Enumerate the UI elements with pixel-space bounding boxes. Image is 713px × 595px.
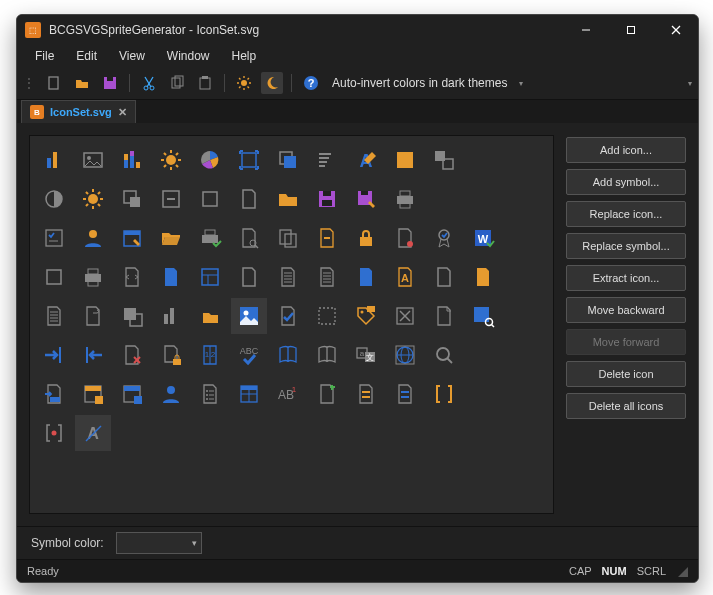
- frame2-icon[interactable]: [36, 259, 72, 295]
- book-blue-icon[interactable]: [270, 337, 306, 373]
- move-backward-button[interactable]: Move backward: [566, 297, 686, 323]
- square-orange-icon[interactable]: [387, 142, 423, 178]
- doc-icon[interactable]: [231, 181, 267, 217]
- import-blue-icon[interactable]: [36, 337, 72, 373]
- image-gray-icon[interactable]: [75, 142, 111, 178]
- delete-all-icons-button[interactable]: Delete all icons: [566, 393, 686, 419]
- new-icon[interactable]: [43, 72, 65, 94]
- replace-symbol-button[interactable]: Replace symbol...: [566, 233, 686, 259]
- checklist-icon[interactable]: [36, 220, 72, 256]
- copy-icon[interactable]: [166, 72, 188, 94]
- brightness-icon[interactable]: [75, 181, 111, 217]
- doc-blue2-icon[interactable]: [348, 259, 384, 295]
- menu-view[interactable]: View: [109, 47, 155, 65]
- doc-list-icon[interactable]: [192, 376, 228, 412]
- image-search-icon[interactable]: [465, 298, 501, 334]
- auto-invert-label[interactable]: Auto-invert colors in dark themes: [328, 76, 511, 90]
- doc-lock-icon[interactable]: [153, 337, 189, 373]
- replace-icon-button[interactable]: Replace icon...: [566, 201, 686, 227]
- doc-pink-icon[interactable]: [348, 376, 384, 412]
- resize-grip-icon[interactable]: [676, 565, 688, 577]
- word-check-icon[interactable]: W: [465, 220, 501, 256]
- help-icon[interactable]: ?: [300, 72, 322, 94]
- behind-icon[interactable]: [114, 181, 150, 217]
- doc-plus-icon[interactable]: [309, 376, 345, 412]
- doc-orange-A-icon[interactable]: A: [387, 259, 423, 295]
- doc-content-icon[interactable]: [36, 298, 72, 334]
- man-shadow-icon[interactable]: [153, 376, 189, 412]
- search-gray-icon[interactable]: [426, 337, 462, 373]
- close-button[interactable]: [653, 15, 698, 45]
- doc-dotted-icon[interactable]: [309, 298, 345, 334]
- grid-blue-icon[interactable]: [231, 376, 267, 412]
- doc-blue-icon[interactable]: [153, 259, 189, 295]
- layers-icon[interactable]: [270, 142, 306, 178]
- photo-blue-icon[interactable]: [231, 298, 267, 334]
- printer-icon[interactable]: [387, 181, 423, 217]
- book-gray-icon[interactable]: [309, 337, 345, 373]
- font-a-icon[interactable]: A: [348, 142, 384, 178]
- folder-open-icon[interactable]: [153, 220, 189, 256]
- overlap-icon[interactable]: [114, 298, 150, 334]
- bracket-orange-icon[interactable]: [426, 376, 462, 412]
- floppy-purple-icon[interactable]: [309, 181, 345, 217]
- symbol-color-combo[interactable]: ▾: [116, 532, 202, 554]
- export-blue-icon[interactable]: [75, 337, 111, 373]
- cut-icon[interactable]: [138, 72, 160, 94]
- calendar-orange-icon[interactable]: [114, 220, 150, 256]
- select-icon[interactable]: [231, 142, 267, 178]
- globe-blue-icon[interactable]: [387, 337, 423, 373]
- chart-bars-icon[interactable]: [153, 298, 189, 334]
- panel-orange-icon[interactable]: [75, 376, 111, 412]
- ab1-icon[interactable]: AB1: [270, 376, 306, 412]
- font-A-gray-icon[interactable]: A: [75, 415, 111, 451]
- doc-orange-icon[interactable]: [465, 259, 501, 295]
- tag-icon[interactable]: [348, 298, 384, 334]
- doc-gradient-icon[interactable]: [270, 259, 306, 295]
- menu-help[interactable]: Help: [222, 47, 267, 65]
- cross-box-icon[interactable]: [387, 298, 423, 334]
- ribbon-check-icon[interactable]: [426, 220, 462, 256]
- stacked-chart-icon[interactable]: [114, 142, 150, 178]
- doc-check-icon[interactable]: [309, 220, 345, 256]
- doc-blue3-icon[interactable]: [387, 376, 423, 412]
- doc-search-icon[interactable]: [231, 220, 267, 256]
- auto-invert-dropdown-icon[interactable]: ▾: [519, 79, 523, 88]
- layout-blue-icon[interactable]: [192, 259, 228, 295]
- align-left-icon[interactable]: [309, 142, 345, 178]
- lock-orange-icon[interactable]: [348, 220, 384, 256]
- paste-icon[interactable]: [194, 72, 216, 94]
- floppy-edit-icon[interactable]: [348, 181, 384, 217]
- abc-check-icon[interactable]: ABC: [231, 337, 267, 373]
- add-icon-button[interactable]: Add icon...: [566, 137, 686, 163]
- extract-icon-button[interactable]: Extract icon...: [566, 265, 686, 291]
- tab-close-icon[interactable]: ✕: [118, 106, 127, 119]
- menu-edit[interactable]: Edit: [66, 47, 107, 65]
- doc-block-icon[interactable]: [309, 259, 345, 295]
- diff-squares-icon[interactable]: [426, 142, 462, 178]
- doc-open-icon[interactable]: [426, 298, 462, 334]
- printer-check-icon[interactable]: [192, 220, 228, 256]
- import-doc-icon[interactable]: [36, 376, 72, 412]
- translate-icon[interactable]: a文: [348, 337, 384, 373]
- toolbar-overflow-icon[interactable]: ▾: [688, 79, 692, 88]
- contrast-icon[interactable]: [36, 181, 72, 217]
- doc-x2-icon[interactable]: [114, 337, 150, 373]
- maximize-button[interactable]: [608, 15, 653, 45]
- doc-x-icon[interactable]: [426, 259, 462, 295]
- delete-icon-button[interactable]: Delete icon: [566, 361, 686, 387]
- add-symbol-button[interactable]: Add symbol...: [566, 169, 686, 195]
- menu-window[interactable]: Window: [157, 47, 220, 65]
- minus-box-icon[interactable]: [153, 181, 189, 217]
- doc-check2-icon[interactable]: [270, 298, 306, 334]
- doc-gray-icon[interactable]: [387, 220, 423, 256]
- folder-small-icon[interactable]: [192, 298, 228, 334]
- printer2-icon[interactable]: [75, 259, 111, 295]
- user-orange-icon[interactable]: [75, 220, 111, 256]
- folder-icon[interactable]: [270, 181, 306, 217]
- menu-file[interactable]: File: [25, 47, 64, 65]
- bar-chart-icon[interactable]: [36, 142, 72, 178]
- pie-chart-icon[interactable]: [192, 142, 228, 178]
- open-icon[interactable]: [71, 72, 93, 94]
- panel-blue-icon[interactable]: [114, 376, 150, 412]
